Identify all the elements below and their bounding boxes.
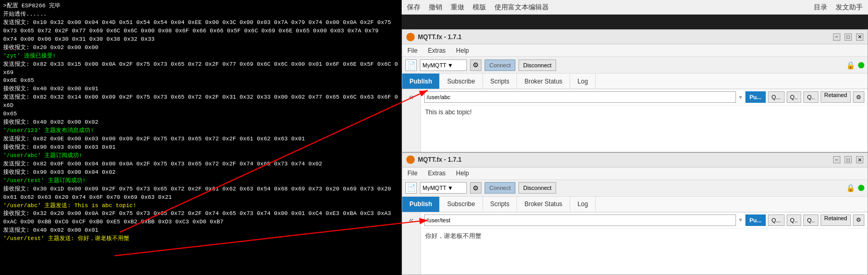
mqtt-tabs-1: Publish Subscribe Scripts Broker Status … (402, 74, 867, 89)
mqtt-left-bar-1: « (402, 89, 421, 152)
menu-help-1[interactable]: Help (454, 46, 471, 55)
profile-dropdown-1[interactable]: MyMQTT ▼ (420, 59, 467, 71)
close-btn-2[interactable]: ✕ (856, 156, 863, 163)
assistant-btn[interactable]: 发文助手 (836, 3, 863, 12)
publish-btn-2[interactable]: Pu... (745, 214, 766, 226)
tab-subscribe-2[interactable]: Subscribe (440, 197, 483, 212)
mqtt-toolbar-2: 📄 MyMQTT ▼ ⚙ Connect Disconnect 🔒 (402, 180, 867, 197)
profile-text-1: MyMQTT (423, 62, 447, 68)
status-dot-2 (858, 185, 864, 191)
mqtt-message-text-2: 你好，谢老板不用蟹 (425, 232, 481, 240)
mqtt-message-text-1: This is abc topic! (425, 109, 472, 116)
status-dot-1 (858, 62, 864, 68)
collapse-chevron-2[interactable]: « (409, 216, 414, 225)
tab-log-1[interactable]: Log (570, 74, 596, 89)
mqtt-title-2: MQTT.fx - 1.7.1 (418, 156, 829, 163)
tab-broker-status-2[interactable]: Broker Status (517, 197, 570, 212)
restore-btn-2[interactable]: □ (845, 156, 852, 163)
publish-btn-1[interactable]: Pu... (745, 91, 766, 103)
q3-btn-2[interactable]: Q.. (803, 214, 818, 226)
dropdown-arrow-1: ▼ (448, 62, 453, 68)
q1-btn-2[interactable]: Q... (768, 214, 785, 226)
mqtt-tabs-2: Publish Subscribe Scripts Broker Status … (402, 197, 867, 212)
menu-extras-2[interactable]: Extras (426, 169, 448, 178)
doc-icon-2: 📄 (405, 182, 417, 194)
tab-scripts-1[interactable]: Scripts (483, 74, 517, 89)
dropdown-arrow-2: ▼ (448, 185, 453, 191)
rich-editor-btn[interactable]: 使用富文本编辑器 (495, 3, 549, 12)
terminal-panel: >配置 ESP8266 完毕开始透传......发送报文: 0x10 0x32 … (0, 0, 402, 275)
profile-text-2: MyMQTT (423, 185, 447, 191)
topic-input-2[interactable] (424, 214, 736, 226)
tab-scripts-2[interactable]: Scripts (483, 197, 517, 212)
retained-label-1: Retained (821, 91, 851, 103)
dropdown-arrow-topic-1: ▼ (738, 94, 743, 100)
mqtt-topic-row-2: ▼ Pu... Q... Q.. Q.. Retained ⚙ (421, 212, 867, 229)
q2-btn-2[interactable]: Q.. (787, 214, 802, 226)
connect-btn-1[interactable]: Connect (485, 59, 515, 71)
mqtt-menubar-1: File Extras Help (402, 44, 867, 57)
mqtt-message-area-2[interactable]: 你好，谢老板不用蟹 (421, 229, 867, 275)
close-btn-1[interactable]: ✕ (856, 33, 863, 41)
mqtt-title-1: MQTT.fx - 1.7.1 (418, 33, 829, 41)
mqtt-main-1: ▼ Pu... Q... Q.. Q.. Retained ⚙ This is … (421, 89, 867, 152)
connect-btn-2[interactable]: Connect (485, 182, 515, 194)
toc-btn[interactable]: 目录 (814, 3, 827, 12)
right-panel: 保存 撤销 重做 模版 使用富文本编辑器 目录 发文助手 MQTT.fx - 1… (402, 0, 868, 275)
doc-icon-1: 📄 (405, 59, 417, 71)
minimize-btn-1[interactable]: − (833, 33, 840, 41)
mqtt-topic-row-1: ▼ Pu... Q... Q.. Q.. Retained ⚙ (421, 89, 867, 105)
mqtt-menubar-2: File Extras Help (402, 168, 867, 180)
mqtt-window-1: MQTT.fx - 1.7.1 − □ ✕ File Extras Help 📄… (402, 29, 868, 152)
editor-toolbar: 保存 撤销 重做 模版 使用富文本编辑器 目录 发文助手 (402, 0, 868, 15)
mqtt-titlebar-1: MQTT.fx - 1.7.1 − □ ✕ (402, 30, 867, 44)
tab-log-2[interactable]: Log (570, 197, 596, 212)
q1-btn-1[interactable]: Q... (768, 91, 785, 103)
tab-publish-1[interactable]: Publish (402, 74, 440, 89)
disconnect-btn-2[interactable]: Disconnect (519, 182, 556, 194)
save-btn[interactable]: 保存 (407, 3, 420, 12)
minimize-btn-2[interactable]: − (833, 156, 840, 163)
mqtt-toolbar-1: 📄 MyMQTT ▼ ⚙ Connect Disconnect 🔒 (402, 57, 867, 74)
profile-dropdown-2[interactable]: MyMQTT ▼ (420, 182, 467, 194)
template-btn[interactable]: 模版 (473, 3, 486, 12)
mqtt-left-bar-2: « (402, 212, 421, 275)
disconnect-btn-1[interactable]: Disconnect (519, 59, 556, 71)
q3-btn-1[interactable]: Q.. (803, 91, 818, 103)
restore-btn-1[interactable]: □ (845, 33, 852, 41)
menu-file-1[interactable]: File (405, 46, 419, 55)
gear-btn-2[interactable]: ⚙ (470, 182, 481, 194)
retained-label-2: Retained (821, 214, 851, 226)
more-btn-1[interactable]: ⚙ (853, 91, 864, 103)
gear-btn-1[interactable]: ⚙ (470, 59, 481, 71)
tab-publish-2[interactable]: Publish (402, 197, 440, 212)
mqtt-message-area-1[interactable]: This is abc topic! (421, 105, 867, 152)
lock-icon-1: 🔒 (846, 61, 855, 69)
mqtt-window-2: MQTT.fx - 1.7.1 − □ ✕ File Extras Help 📄… (402, 152, 868, 276)
mqtt-content-2: « ▼ Pu... Q... Q.. Q.. Retained ⚙ 你好，谢老板… (402, 212, 867, 275)
menu-file-2[interactable]: File (405, 169, 419, 178)
more-btn-2[interactable]: ⚙ (853, 214, 864, 226)
tab-broker-status-1[interactable]: Broker Status (517, 74, 570, 89)
menu-help-2[interactable]: Help (454, 169, 471, 178)
mqtt-logo-2 (406, 156, 415, 164)
topic-input-1[interactable] (424, 91, 736, 103)
q2-btn-1[interactable]: Q.. (787, 91, 802, 103)
tab-subscribe-1[interactable]: Subscribe (440, 74, 483, 89)
cancel-btn[interactable]: 撤销 (429, 3, 442, 12)
mqtt-logo-1 (406, 33, 415, 41)
mqtt-main-2: ▼ Pu... Q... Q.. Q.. Retained ⚙ 你好，谢老板不用… (421, 212, 867, 275)
mqtt-titlebar-2: MQTT.fx - 1.7.1 − □ ✕ (402, 153, 867, 168)
menu-extras-1[interactable]: Extras (426, 46, 448, 55)
collapse-chevron-1[interactable]: « (409, 92, 414, 102)
lock-icon-2: 🔒 (846, 184, 855, 192)
redo-btn[interactable]: 重做 (451, 3, 464, 12)
dropdown-arrow-topic-2: ▼ (738, 217, 743, 223)
mqtt-content-1: « ▼ Pu... Q... Q.. Q.. Retained ⚙ This i… (402, 89, 867, 152)
